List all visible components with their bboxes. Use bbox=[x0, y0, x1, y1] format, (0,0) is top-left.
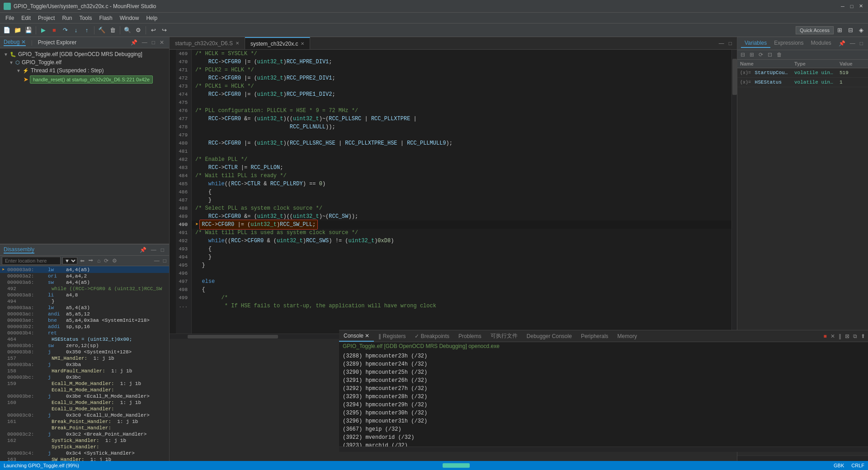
var-hscrollbar[interactable] bbox=[737, 456, 868, 461]
var-tab-variables[interactable]: Variables bbox=[741, 39, 770, 48]
tab-system[interactable]: system_ch32v20x.c ✕ bbox=[245, 37, 310, 49]
console-pause-btn[interactable]: ‖ bbox=[838, 333, 842, 339]
var-tab-expressions[interactable]: Expressions bbox=[770, 39, 807, 48]
var-refresh[interactable]: ⟳ bbox=[757, 51, 764, 58]
console-hscrollbar[interactable] bbox=[339, 446, 868, 452]
console-scroll-lock-btn[interactable]: ⊠ bbox=[844, 333, 850, 339]
toolbar-step-return[interactable]: ↑ bbox=[82, 25, 92, 35]
toolbar-extra2[interactable]: ⊟ bbox=[845, 25, 855, 35]
tab-startup-close[interactable]: ✕ bbox=[236, 41, 239, 46]
menu-project[interactable]: Project bbox=[34, 14, 58, 22]
code-content[interactable]: /* HCLK = SYSCLK */ RCC->CFGR0 |= (uint3… bbox=[192, 50, 731, 334]
location-dropdown[interactable]: ▼ bbox=[62, 257, 77, 264]
var-tab-modules[interactable]: Modules bbox=[807, 39, 835, 48]
code-extra: * If HSE fails to start-up, the applicat… bbox=[192, 302, 731, 310]
toolbar-undo[interactable]: ↩ bbox=[148, 25, 158, 35]
dis-minimize-button[interactable]: — bbox=[150, 246, 158, 254]
console-tab-debugger[interactable]: Debugger Console bbox=[522, 331, 576, 341]
console-tab-problems[interactable]: Problems bbox=[454, 331, 486, 341]
toolbar-step-into[interactable]: ↓ bbox=[71, 25, 81, 35]
console-tab-peripherals[interactable]: Peripherals bbox=[576, 331, 613, 341]
var-collapse-all[interactable]: ⊟ bbox=[739, 51, 746, 58]
toolbar-new[interactable]: 📄 bbox=[2, 25, 12, 35]
console-content[interactable]: (3288) hpmcounter23h (/32) (3289) hpmcou… bbox=[339, 350, 868, 446]
dis-refresh-button[interactable]: ⟳ bbox=[103, 258, 109, 264]
toolbar-open[interactable]: 📁 bbox=[13, 25, 23, 35]
debug-tab[interactable]: Debug ✕ bbox=[4, 39, 26, 46]
tree-elf[interactable]: ▼ ⬡ GPIO_Toggle.elf bbox=[2, 58, 167, 66]
tree-thread[interactable]: ▼ ⚡ Thread #1 (Suspended : Step) bbox=[2, 66, 167, 75]
editor-scrollbar[interactable] bbox=[731, 50, 737, 334]
console-stop-btn[interactable]: ■ bbox=[823, 333, 828, 339]
debug-close-button[interactable]: ✕ bbox=[158, 39, 165, 46]
maximize-button[interactable]: □ bbox=[848, 3, 855, 10]
editor-max-button[interactable]: □ bbox=[727, 40, 733, 47]
quick-access-button[interactable]: Quick Access bbox=[796, 26, 834, 34]
var-min-btn[interactable]: — bbox=[849, 40, 857, 47]
console-tab-executable[interactable]: 可执行文件 bbox=[486, 330, 522, 342]
tree-frame[interactable]: ➤ handle_reset() at startup_ch32v20x_D6.… bbox=[2, 75, 167, 85]
console-export-btn[interactable]: ⬆ bbox=[860, 333, 866, 339]
var-delete[interactable]: 🗑 bbox=[775, 51, 783, 58]
toolbar-save[interactable]: 💾 bbox=[24, 25, 33, 35]
toolbar-extra3[interactable]: ◈ bbox=[856, 25, 866, 35]
toolbar-settings[interactable]: ⚙ bbox=[133, 25, 143, 35]
toolbar-debug[interactable]: ▶ bbox=[38, 25, 48, 35]
toolbar-stop[interactable]: ■ bbox=[49, 25, 59, 35]
minimize-button[interactable]: ─ bbox=[839, 3, 846, 10]
debug-minimize-button[interactable]: — bbox=[141, 39, 149, 46]
toolbar-clean[interactable]: 🗑 bbox=[108, 25, 118, 35]
dis-back-button[interactable]: ⬅ bbox=[79, 258, 85, 264]
disassembly-tab[interactable]: Disassembly bbox=[4, 246, 34, 254]
dis-pin-button[interactable]: 📌 bbox=[138, 246, 148, 254]
project-explorer-tab[interactable]: Project Explorer bbox=[38, 39, 76, 46]
code-485: while((RCC->CTLR & RCC_PLLRDY) == 0) bbox=[192, 180, 731, 188]
tree-root[interactable]: ▼ 🐛 GPIO_Toggle.elf [GDB OpenOCD MRS Deb… bbox=[2, 50, 167, 58]
editor-scroll-thumb[interactable] bbox=[732, 59, 737, 95]
linenum-481: 481 bbox=[178, 147, 188, 155]
menu-flash[interactable]: Flash bbox=[95, 14, 116, 22]
toolbar-step-over[interactable]: ↷ bbox=[60, 25, 70, 35]
console-tab-console[interactable]: Console ✕ bbox=[339, 331, 374, 342]
console-tab-memory[interactable]: Memory bbox=[613, 331, 642, 341]
menu-help[interactable]: Help bbox=[142, 14, 161, 22]
menu-tools[interactable]: Tools bbox=[75, 14, 95, 22]
debug-maximize-button[interactable]: □ bbox=[151, 39, 156, 46]
dis-settings-button[interactable]: ⚙ bbox=[111, 258, 118, 264]
dis-instr-7: lw bbox=[48, 305, 66, 310]
menu-window[interactable]: Window bbox=[116, 14, 143, 22]
tab-system-close[interactable]: ✕ bbox=[301, 41, 304, 46]
toolbar-search[interactable]: 🔍 bbox=[123, 25, 132, 35]
var-header-type: Type bbox=[792, 60, 837, 68]
console-clear-btn[interactable]: ✕ bbox=[830, 333, 836, 339]
dis-line-19: 159 Ecall_M_Mode_Handler: 1: j 1b bbox=[0, 381, 169, 387]
toolbar-build[interactable]: 🔨 bbox=[97, 25, 107, 35]
editor-hscroll-thumb[interactable] bbox=[188, 335, 278, 338]
console-copy-btn[interactable]: ⧉ bbox=[852, 333, 858, 339]
location-input[interactable] bbox=[2, 257, 61, 265]
titlebar-controls[interactable]: ─ □ ✕ bbox=[839, 3, 864, 10]
var-row-2[interactable]: (x)= HSEStatus volatile uint32_t 1 bbox=[737, 78, 868, 87]
dis-home-button[interactable]: ⌂ bbox=[96, 258, 101, 264]
dis-minimize-view[interactable]: — bbox=[153, 258, 160, 264]
var-pin-btn[interactable]: 📌 bbox=[837, 40, 847, 47]
dis-maximize-view[interactable]: □ bbox=[162, 258, 167, 264]
close-button[interactable]: ✕ bbox=[857, 3, 864, 10]
var-expand-all[interactable]: ⊞ bbox=[748, 51, 755, 58]
console-tab-registers[interactable]: ‖ Registers bbox=[374, 331, 410, 341]
toolbar-redo[interactable]: ↪ bbox=[159, 25, 169, 35]
menu-edit[interactable]: Edit bbox=[18, 14, 34, 22]
var-max-btn[interactable]: □ bbox=[859, 40, 864, 47]
editor-min-button[interactable]: — bbox=[717, 40, 726, 47]
toolbar-extra1[interactable]: ⊞ bbox=[835, 25, 844, 35]
var-select-all[interactable]: ⊡ bbox=[766, 51, 774, 58]
menu-file[interactable]: File bbox=[2, 14, 18, 22]
dis-forward-button[interactable]: ⮕ bbox=[87, 258, 94, 264]
tab-startup[interactable]: startup_ch32v20x_D6.S ✕ bbox=[170, 37, 245, 49]
console-tab-breakpoints[interactable]: ✓ Breakpoints bbox=[410, 331, 454, 341]
debug-pin-button[interactable]: 📌 bbox=[129, 39, 139, 46]
var-row-1[interactable]: (x)= StartUpCount volatile uint32_t 519 bbox=[737, 68, 868, 78]
dis-maximize-button[interactable]: □ bbox=[160, 246, 165, 254]
menu-run[interactable]: Run bbox=[58, 14, 75, 22]
console-line-4: (3291) hpmcounter26h (/32) bbox=[343, 376, 868, 385]
